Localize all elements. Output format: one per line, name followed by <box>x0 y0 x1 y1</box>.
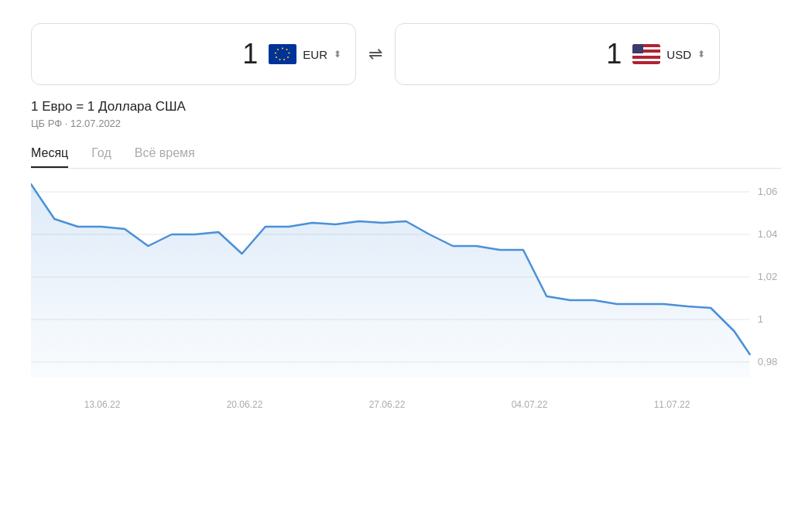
to-currency-code: USD <box>666 48 691 61</box>
svg-point-5 <box>283 59 285 60</box>
x-label-2: 27.06.22 <box>316 399 458 410</box>
svg-point-4 <box>287 56 289 58</box>
svg-text:1: 1 <box>758 313 763 325</box>
tabs-row: Месяц Год Всё время <box>31 146 781 169</box>
svg-point-1 <box>282 47 283 49</box>
to-currency-selector[interactable]: USD ⬍ <box>632 44 705 64</box>
to-amount[interactable]: 1 <box>409 38 622 70</box>
svg-text:1,02: 1,02 <box>758 271 778 282</box>
eur-flag-icon <box>269 44 296 64</box>
x-labels: 13.06.22 20.06.22 27.06.22 04.07.22 11.0… <box>31 399 743 410</box>
svg-point-2 <box>286 49 288 50</box>
rate-text: 1 Евро = 1 Доллара США <box>31 99 781 114</box>
chart-area: 1,06 1,04 1,02 1 0,98 13.06.22 20.06.22 … <box>31 176 781 424</box>
tab-year[interactable]: Год <box>91 146 111 168</box>
tab-alltime[interactable]: Всё время <box>135 146 195 168</box>
tab-month[interactable]: Месяц <box>31 146 68 168</box>
svg-point-3 <box>289 52 290 53</box>
x-label-0: 13.06.22 <box>31 399 173 410</box>
svg-point-6 <box>279 59 281 60</box>
usd-flag-icon <box>632 44 660 64</box>
from-currency-selector[interactable]: EUR ⬍ <box>269 44 341 64</box>
source-text: ЦБ РФ · 12.07.2022 <box>31 118 781 129</box>
from-chevron-icon[interactable]: ⬍ <box>334 50 341 59</box>
from-amount[interactable]: 1 <box>46 38 258 70</box>
svg-text:0,98: 0,98 <box>758 356 778 367</box>
svg-text:1,06: 1,06 <box>758 186 778 197</box>
from-currency-box[interactable]: 1 <box>31 23 356 85</box>
svg-point-9 <box>277 49 279 50</box>
to-currency-box[interactable]: 1 USD ⬍ <box>395 23 720 85</box>
to-chevron-icon[interactable]: ⬍ <box>697 50 705 59</box>
x-label-4: 11.07.22 <box>601 399 743 410</box>
svg-point-7 <box>276 56 277 58</box>
swap-button[interactable]: ⇌ <box>368 44 382 64</box>
svg-text:1,04: 1,04 <box>758 228 778 240</box>
svg-rect-0 <box>269 44 296 64</box>
x-label-1: 20.06.22 <box>173 399 316 410</box>
from-currency-code: EUR <box>303 48 327 61</box>
converter-row: 1 <box>31 23 781 85</box>
svg-point-8 <box>275 52 276 53</box>
x-label-3: 04.07.22 <box>458 399 601 410</box>
chart-svg: 1,06 1,04 1,02 1 0,98 <box>31 176 781 393</box>
